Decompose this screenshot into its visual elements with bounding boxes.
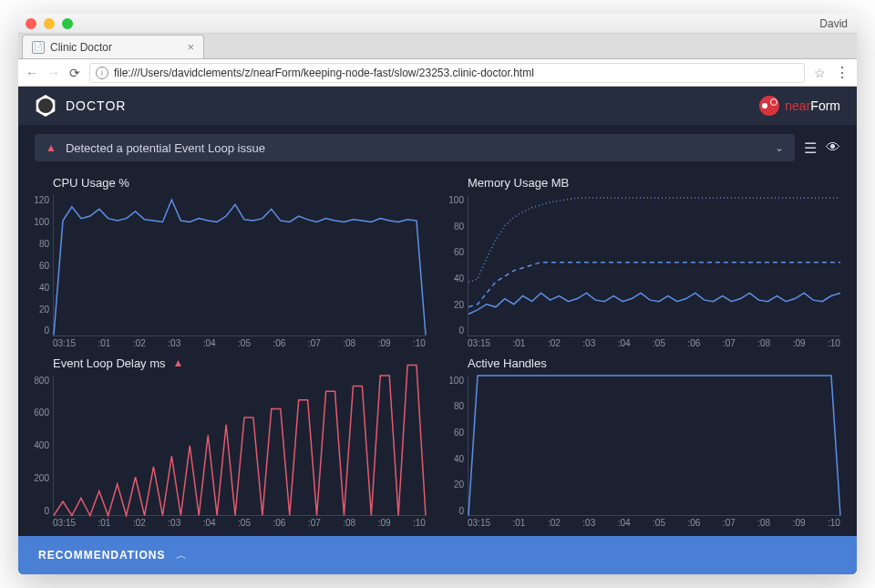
minimize-icon[interactable] [44, 18, 55, 29]
back-icon[interactable]: ← [26, 66, 38, 80]
tab-close-icon[interactable]: × [187, 40, 194, 54]
x-axis: 03:15:01:02:03:04:05:06:07:08:09:10 [468, 336, 840, 349]
plot-area[interactable] [468, 376, 840, 517]
eye-icon[interactable]: 👁 [826, 139, 840, 156]
recommendations-bar[interactable]: RECOMMENDATIONS ︿ [18, 536, 857, 574]
url-field[interactable]: i file:///Users/davidclements/z/nearForm… [89, 63, 805, 83]
plot-area[interactable] [468, 195, 840, 336]
doctor-icon [35, 95, 57, 117]
chart-title: CPU Usage % [27, 172, 426, 195]
close-icon[interactable] [26, 18, 36, 29]
site-info-icon[interactable]: i [96, 67, 108, 79]
y-axis: 100806040200 [442, 376, 468, 530]
chart-cpu: CPU Usage %12010080604020003:15:01:02:03… [27, 172, 426, 349]
list-icon[interactable]: ☰ [804, 139, 817, 157]
alert-banner[interactable]: ▲ Detected a potential Event Loop issue … [35, 134, 795, 161]
chart-title: Event Loop Delay ms▲ [27, 353, 426, 376]
chart-handles: Active Handles10080604020003:15:01:02:03… [442, 353, 840, 530]
browser-tab[interactable]: 📄 Clinic Doctor × [22, 35, 204, 58]
page-icon: 📄 [32, 41, 45, 54]
browser-window: David 📄 Clinic Doctor × ← → ⟳ i file:///… [18, 14, 857, 574]
chart-title: Memory Usage MB [442, 172, 840, 195]
y-axis: 8006004002000 [27, 376, 53, 530]
x-axis: 03:15:01:02:03:04:05:06:07:08:09:10 [468, 516, 840, 529]
y-axis: 100806040200 [442, 195, 468, 349]
maximize-icon[interactable] [62, 18, 73, 29]
app-name: DOCTOR [66, 98, 126, 113]
mac-titlebar: David [18, 14, 857, 34]
charts-grid: CPU Usage %12010080604020003:15:01:02:03… [18, 165, 857, 536]
forward-icon[interactable]: → [47, 66, 60, 80]
reload-icon[interactable]: ⟳ [69, 66, 80, 80]
plot-area[interactable] [53, 376, 426, 517]
chart-mem: Memory Usage MB10080604020003:15:01:02:0… [442, 172, 840, 349]
app-logo: DOCTOR [35, 95, 126, 117]
plot-area[interactable] [53, 195, 426, 336]
warning-icon: ▲ [173, 356, 184, 369]
brand-logo[interactable]: nearForm [759, 96, 840, 116]
bookmark-icon[interactable]: ☆ [814, 66, 826, 80]
tab-bar: 📄 Clinic Doctor × [18, 34, 857, 59]
menu-icon[interactable]: ⋮ [835, 64, 849, 81]
address-bar: ← → ⟳ i file:///Users/davidclements/z/ne… [18, 59, 857, 87]
alert-row: ▲ Detected a potential Event Loop issue … [18, 125, 857, 165]
url-text: file:///Users/davidclements/z/nearForm/k… [114, 67, 534, 79]
x-axis: 03:15:01:02:03:04:05:06:07:08:09:10 [53, 336, 426, 349]
app-header: DOCTOR nearForm [18, 87, 857, 125]
y-axis: 120100806040200 [27, 195, 53, 349]
alert-message: Detected a potential Event Loop issue [66, 141, 265, 155]
app-root: DOCTOR nearForm ▲ Detected a potential E… [18, 87, 857, 574]
nearform-text: nearForm [785, 98, 840, 113]
chart-delay: Event Loop Delay ms▲800600400200003:15:0… [27, 353, 426, 530]
profile-name[interactable]: David [819, 17, 848, 30]
tab-title: Clinic Doctor [50, 41, 112, 54]
nearform-icon [759, 96, 779, 116]
recommendations-label: RECOMMENDATIONS [38, 549, 165, 562]
chevron-up-icon: ︿ [176, 548, 187, 563]
chart-title: Active Handles [442, 353, 840, 376]
traffic-lights [26, 18, 73, 29]
x-axis: 03:15:01:02:03:04:05:06:07:08:09:10 [53, 516, 426, 529]
chevron-down-icon[interactable]: ⌄ [775, 141, 784, 154]
warning-icon: ▲ [46, 141, 57, 154]
